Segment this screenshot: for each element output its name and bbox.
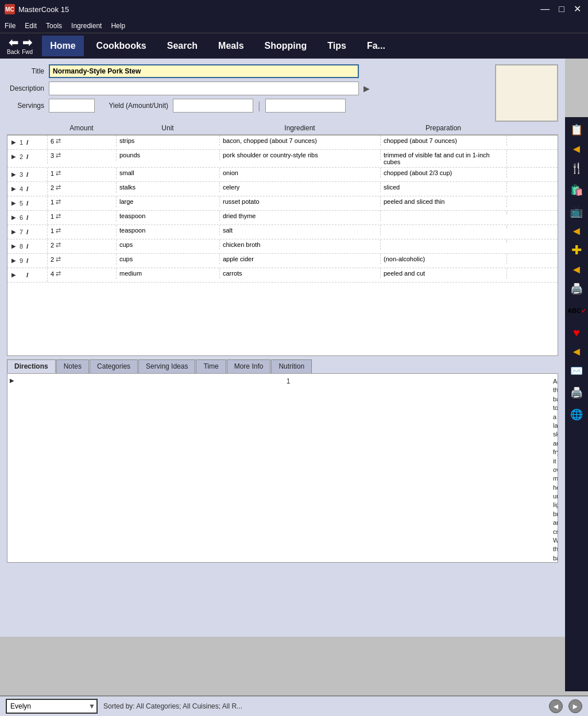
- row-expand-arrow[interactable]: ▶: [11, 185, 16, 192]
- row-expand-arrow[interactable]: ▶: [11, 153, 16, 160]
- amount-7[interactable]: 1 ⇄: [48, 225, 117, 236]
- amount-1[interactable]: 6 ⇄: [48, 136, 117, 146]
- preparation-2[interactable]: trimmed of visible fat and cut in 1-inch…: [381, 150, 507, 167]
- next-record-button[interactable]: ►: [568, 699, 582, 713]
- row-expand-arrow[interactable]: ▶: [11, 243, 16, 249]
- sidebar-media-icon[interactable]: 📺: [566, 202, 587, 222]
- menu-help[interactable]: Help: [111, 22, 125, 30]
- ingredient-row[interactable]: ▶ 6 I 1 ⇄ teaspoon dried thyme: [7, 211, 558, 225]
- ingredient-row[interactable]: ▶ 1 I 6 ⇄ strips bacon, chopped (about 7…: [7, 136, 558, 150]
- unit-8[interactable]: cups: [117, 239, 220, 250]
- ingredient-9[interactable]: apple cider: [220, 254, 381, 264]
- tab-time[interactable]: Time: [196, 359, 226, 373]
- dir-expand-arrow-1[interactable]: ▶: [7, 374, 28, 387]
- cookbook-select[interactable]: Evelyn: [6, 699, 98, 714]
- preparation-9[interactable]: (non-alcoholic): [381, 254, 507, 264]
- sidebar-print-icon[interactable]: 🖨️: [566, 278, 587, 299]
- title-input[interactable]: [49, 64, 359, 78]
- tab-more-info[interactable]: More Info: [227, 359, 271, 373]
- toolbar-cookbooks[interactable]: Cookbooks: [88, 36, 154, 56]
- sidebar-globe-icon[interactable]: 🌐: [566, 404, 587, 425]
- menu-edit[interactable]: Edit: [25, 22, 37, 30]
- amount-2[interactable]: 3 ⇄: [48, 150, 117, 161]
- servings-input[interactable]: [49, 99, 95, 113]
- convert-icon-9[interactable]: ⇄: [56, 256, 61, 263]
- row-expand-arrow[interactable]: ▶: [11, 257, 16, 264]
- menu-file[interactable]: File: [5, 22, 16, 30]
- amount-5[interactable]: 1 ⇄: [48, 196, 117, 207]
- ingredient-7[interactable]: salt: [220, 225, 381, 235]
- convert-icon-2[interactable]: ⇄: [56, 152, 61, 159]
- toolbar-shopping[interactable]: Shopping: [257, 36, 315, 56]
- sidebar-heart-icon[interactable]: ♥: [566, 322, 587, 343]
- convert-icon-10[interactable]: ⇄: [56, 270, 61, 277]
- sidebar-arrow-2[interactable]: ◄: [571, 223, 582, 239]
- toolbar-more[interactable]: Fa...: [359, 36, 393, 56]
- amount-8[interactable]: 2 ⇄: [48, 239, 117, 250]
- amount-10[interactable]: 4 ⇄: [48, 268, 117, 279]
- sidebar-fork-icon[interactable]: 🍴: [566, 158, 587, 179]
- unit-7[interactable]: teaspoon: [117, 225, 220, 235]
- preparation-7[interactable]: [381, 225, 507, 229]
- ingredient-8[interactable]: chicken broth: [220, 239, 381, 250]
- amount-9[interactable]: 2 ⇄: [48, 254, 117, 265]
- close-button[interactable]: ✕: [571, 5, 583, 14]
- tab-serving-ideas[interactable]: Serving Ideas: [138, 359, 195, 373]
- unit-3[interactable]: small: [117, 168, 220, 178]
- convert-icon-8[interactable]: ⇄: [56, 241, 61, 249]
- unit-6[interactable]: teaspoon: [117, 211, 220, 221]
- ingredient-5[interactable]: russet potato: [220, 196, 381, 207]
- back-button[interactable]: ⬅ Back: [7, 37, 20, 55]
- ingredient-6[interactable]: dried thyme: [220, 211, 381, 221]
- ingredient-2[interactable]: pork shoulder or country-style ribs: [220, 150, 381, 160]
- ingredient-row[interactable]: ▶ 7 I 1 ⇄ teaspoon salt: [7, 225, 558, 239]
- tab-directions[interactable]: Directions: [7, 359, 56, 373]
- amount-6[interactable]: 1 ⇄: [48, 211, 117, 222]
- ingredient-row[interactable]: ▶ 3 I 1 ⇄ small onion chopped (about 2/3…: [7, 168, 558, 182]
- ingredient-row[interactable]: ▶ I 4 ⇄ medium carrots peeled and cut: [7, 268, 558, 282]
- preparation-10[interactable]: peeled and cut: [381, 268, 507, 278]
- amount-4[interactable]: 2 ⇄: [48, 182, 117, 193]
- sidebar-print2-icon[interactable]: 🖨️: [566, 382, 587, 403]
- sidebar-arrow-4[interactable]: ◄: [571, 344, 582, 359]
- preparation-6[interactable]: [381, 211, 507, 214]
- ingredient-4[interactable]: celery: [220, 182, 381, 192]
- tab-notes[interactable]: Notes: [56, 359, 89, 373]
- preparation-5[interactable]: peeled and sliced thin: [381, 196, 507, 207]
- row-expand-arrow[interactable]: ▶: [11, 171, 16, 177]
- row-expand-arrow[interactable]: ▶: [11, 229, 16, 235]
- row-expand-arrow[interactable]: ▶: [11, 214, 16, 220]
- ingredient-row[interactable]: ▶ 8 I 2 ⇄ cups chicken broth: [7, 239, 558, 254]
- yield-unit-input[interactable]: [265, 99, 346, 113]
- convert-icon-1[interactable]: ⇄: [56, 137, 61, 145]
- row-expand-arrow[interactable]: ▶: [11, 200, 16, 206]
- ingredient-3[interactable]: onion: [220, 168, 381, 178]
- preparation-4[interactable]: sliced: [381, 182, 507, 192]
- convert-icon-4[interactable]: ⇄: [56, 184, 61, 191]
- convert-icon-7[interactable]: ⇄: [56, 227, 61, 234]
- sidebar-shop-icon[interactable]: 🛍️: [566, 180, 587, 200]
- unit-10[interactable]: medium: [117, 268, 220, 278]
- prev-record-button[interactable]: ◄: [549, 699, 563, 713]
- sidebar-arrow-1[interactable]: ◄: [571, 141, 582, 157]
- ingredient-row[interactable]: ▶ 4 I 2 ⇄ stalks celery sliced: [7, 182, 558, 196]
- unit-9[interactable]: cups: [117, 254, 220, 264]
- sidebar-email-icon[interactable]: ✉️: [566, 361, 587, 381]
- fwd-button[interactable]: ➡ Fwd: [22, 37, 33, 55]
- tab-categories[interactable]: Categories: [90, 359, 138, 373]
- ingredient-10[interactable]: carrots: [220, 268, 381, 278]
- sidebar-abc-icon[interactable]: ABC✓: [566, 300, 587, 321]
- convert-icon-3[interactable]: ⇄: [56, 169, 61, 177]
- preparation-1[interactable]: chopped (about 7 ounces): [381, 136, 507, 146]
- toolbar-tips[interactable]: Tips: [319, 36, 354, 56]
- convert-icon-6[interactable]: ⇄: [56, 212, 61, 220]
- sidebar-arrow-3[interactable]: ◄: [571, 262, 582, 277]
- unit-4[interactable]: stalks: [117, 182, 220, 192]
- yield-amount-input[interactable]: [173, 99, 253, 113]
- tab-nutrition[interactable]: Nutrition: [271, 359, 312, 373]
- preparation-3[interactable]: chopped (about 2/3 cup): [381, 168, 507, 178]
- minimize-button[interactable]: —: [538, 5, 552, 14]
- toolbar-meals[interactable]: Meals: [210, 36, 252, 56]
- preparation-8[interactable]: [381, 239, 507, 243]
- convert-icon-5[interactable]: ⇄: [56, 198, 61, 206]
